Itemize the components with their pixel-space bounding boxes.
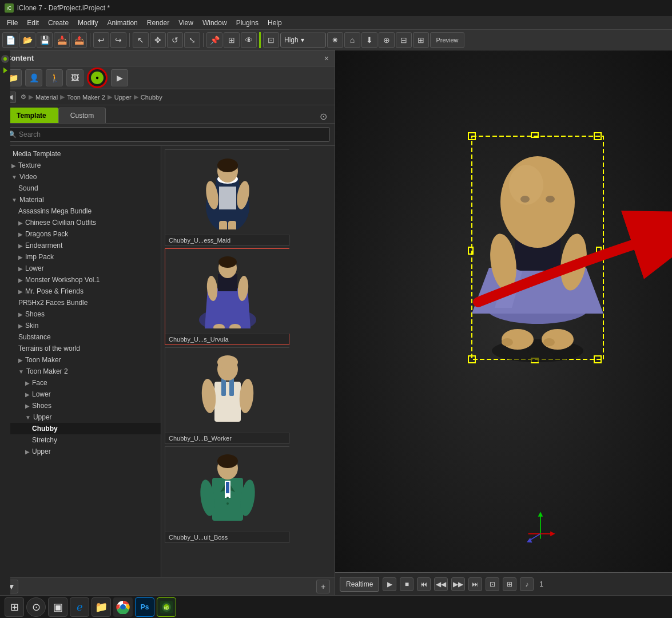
scale-button[interactable]: ⤡ bbox=[184, 32, 200, 48]
viewport[interactable] bbox=[335, 50, 672, 595]
tree-item-lower2[interactable]: ▶ Lower bbox=[0, 389, 161, 400]
tree-item-skin[interactable]: ▶ Skin bbox=[0, 320, 161, 331]
search-input[interactable] bbox=[5, 127, 330, 142]
undo-button[interactable]: ↩ bbox=[93, 32, 109, 48]
menu-edit[interactable]: Edit bbox=[22, 18, 43, 28]
tree-item-material[interactable]: ▼ Material bbox=[0, 194, 161, 205]
tree-item-media-template[interactable]: ▼ Media Template bbox=[0, 148, 161, 160]
menu-plugins[interactable]: Plugins bbox=[232, 18, 263, 28]
content-image-icon-btn[interactable]: 🖼 bbox=[66, 69, 83, 86]
tree-item-monster[interactable]: ▶ Monster Workshop Vol.1 bbox=[0, 274, 161, 286]
grid-item-boss[interactable]: Chubby_U...uit_Boss bbox=[165, 446, 289, 543]
new-button[interactable]: 📄 bbox=[2, 32, 18, 48]
tab-settings-button[interactable]: ⊙ bbox=[316, 109, 330, 123]
redo-button[interactable]: ↪ bbox=[110, 32, 126, 48]
tree-item-face[interactable]: ▶ Face bbox=[0, 377, 161, 389]
menu-modify[interactable]: Modify bbox=[73, 18, 102, 28]
content-material-icon-btn[interactable]: ● bbox=[87, 68, 108, 88]
view-btn1[interactable]: ⊡ bbox=[263, 32, 279, 48]
play-button[interactable]: ▶ bbox=[383, 577, 396, 591]
breadcrumb-material[interactable]: Material bbox=[35, 94, 58, 101]
tree-item-shoes2[interactable]: ▶ Shoes bbox=[0, 400, 161, 411]
tree-item-texture[interactable]: ▶ Texture bbox=[0, 160, 161, 171]
tree-item-lower[interactable]: ▶ Lower bbox=[0, 263, 161, 274]
folder-button[interactable]: 📁 bbox=[92, 597, 111, 617]
rotate-button[interactable]: ↺ bbox=[167, 32, 183, 48]
search-taskbar-button[interactable]: ⊙ bbox=[26, 597, 46, 617]
grid-label-boss: Chubby_U...uit_Boss bbox=[165, 532, 289, 542]
prev-keyframe-button[interactable]: ⏮ bbox=[417, 577, 431, 591]
start-button[interactable]: ⊞ bbox=[5, 597, 24, 617]
tree-item-shoes[interactable]: ▶ Shoes bbox=[0, 308, 161, 320]
grid-item-worker[interactable]: Chubby_U...B_Worker bbox=[165, 347, 289, 444]
camera-button[interactable]: ⊟ bbox=[396, 32, 412, 48]
tree-item-upper2[interactable]: ▶ Upper bbox=[0, 446, 161, 457]
tree-item-endearment[interactable]: ▶ Endearment bbox=[0, 240, 161, 251]
menu-file[interactable]: File bbox=[2, 18, 22, 28]
save-button[interactable]: 💾 bbox=[37, 32, 53, 48]
tree-item-video[interactable]: ▼ Video bbox=[0, 171, 161, 183]
menu-help[interactable]: Help bbox=[263, 18, 287, 28]
content-animation-icon-btn[interactable]: ▶ bbox=[111, 69, 128, 86]
tree-item-chubby[interactable]: Chubby bbox=[0, 423, 161, 434]
settings-button[interactable]: ⊞ bbox=[413, 32, 429, 48]
add-button[interactable]: ⊕ bbox=[379, 32, 395, 48]
tree-item-substance[interactable]: Substance bbox=[0, 331, 161, 343]
home-button[interactable]: ⌂ bbox=[344, 32, 360, 48]
fast-forward-button[interactable]: ▶▶ bbox=[451, 577, 465, 591]
tree-item-upper[interactable]: ▼ Upper bbox=[0, 411, 161, 423]
tree-item-sound[interactable]: Sound bbox=[0, 183, 161, 194]
tree-item-chinese[interactable]: ▶ Chinese Civilian Outfits bbox=[0, 217, 161, 228]
tab-custom[interactable]: Custom bbox=[58, 108, 106, 123]
snap-button[interactable]: 📌 bbox=[206, 32, 222, 48]
tree-item-toonmaker[interactable]: ▶ Toon Maker bbox=[0, 354, 161, 366]
eye-button[interactable]: 👁 bbox=[241, 32, 257, 48]
iclone-button[interactable]: iC bbox=[157, 597, 176, 617]
group-button[interactable]: ⊞ bbox=[224, 32, 240, 48]
import-button[interactable]: 📥 bbox=[54, 32, 70, 48]
export-button[interactable]: 📤 bbox=[71, 32, 87, 48]
move-button[interactable]: ✥ bbox=[150, 32, 166, 48]
tab-template[interactable]: Template bbox=[5, 108, 58, 123]
photoshop-button[interactable]: Ps bbox=[135, 597, 154, 617]
tree-item-imp[interactable]: ▶ Imp Pack bbox=[0, 251, 161, 263]
tree-item-dragons[interactable]: ▶ Dragons Pack bbox=[0, 228, 161, 240]
tree-item-terrains[interactable]: Terrains of the world bbox=[0, 343, 161, 354]
camera-view-button[interactable]: ⊡ bbox=[486, 577, 499, 591]
tree-item-assassins[interactable]: Assassins Mega Bundle bbox=[0, 205, 161, 217]
breadcrumb-upper[interactable]: Upper bbox=[114, 94, 132, 101]
tree-item-mrpose[interactable]: ▶ Mr. Pose & Friends bbox=[0, 286, 161, 297]
edge-button[interactable]: ℯ bbox=[70, 597, 89, 617]
open-button[interactable]: 📂 bbox=[19, 32, 35, 48]
grid-item-maid[interactable]: Chubby_U...ess_Maid bbox=[165, 149, 289, 246]
left-strip-indicator[interactable] bbox=[1, 55, 9, 63]
next-keyframe-button[interactable]: ⏭ bbox=[468, 577, 482, 591]
menu-create[interactable]: Create bbox=[43, 18, 73, 28]
rewind-button[interactable]: ◀◀ bbox=[434, 577, 448, 591]
stop-button[interactable]: ■ bbox=[400, 577, 413, 591]
content-avatar-icon-btn[interactable]: 👤 bbox=[25, 69, 42, 86]
task-view-button[interactable]: ▣ bbox=[48, 597, 67, 617]
tree-item-toonmaker2[interactable]: ▼ Toon Maker 2 bbox=[0, 366, 161, 377]
menu-animation[interactable]: Animation bbox=[102, 18, 142, 28]
record-button[interactable]: ⊞ bbox=[503, 577, 516, 591]
select-button[interactable]: ↖ bbox=[133, 32, 149, 48]
content-figure-icon-btn[interactable]: 🚶 bbox=[46, 69, 63, 86]
menu-window[interactable]: Window bbox=[198, 18, 232, 28]
realtime-button[interactable]: Realtime bbox=[340, 577, 379, 592]
breadcrumb-toon[interactable]: Toon Maker 2 bbox=[67, 94, 105, 101]
add-content-button[interactable]: + bbox=[316, 580, 330, 593]
preview-button[interactable]: Preview bbox=[430, 32, 464, 48]
chrome-button[interactable] bbox=[113, 597, 133, 617]
tree-item-pr5[interactable]: PR5Hx2 Faces Bundle bbox=[0, 297, 161, 308]
breadcrumb-chubby[interactable]: Chubby bbox=[141, 94, 162, 101]
menu-view[interactable]: View bbox=[174, 18, 198, 28]
grid-item-urvula[interactable]: Chubby_U...s_Urvula bbox=[165, 248, 289, 345]
content-close-button[interactable]: × bbox=[324, 54, 329, 63]
render-button[interactable]: ⬇ bbox=[361, 32, 377, 48]
audio-button[interactable]: ♪ bbox=[520, 577, 534, 591]
menu-render[interactable]: Render bbox=[142, 18, 174, 28]
quality-dropdown[interactable]: High ▾ bbox=[280, 33, 326, 47]
tree-item-stretchy[interactable]: Stretchy bbox=[0, 434, 161, 446]
light-button[interactable]: ✷ bbox=[327, 32, 343, 48]
